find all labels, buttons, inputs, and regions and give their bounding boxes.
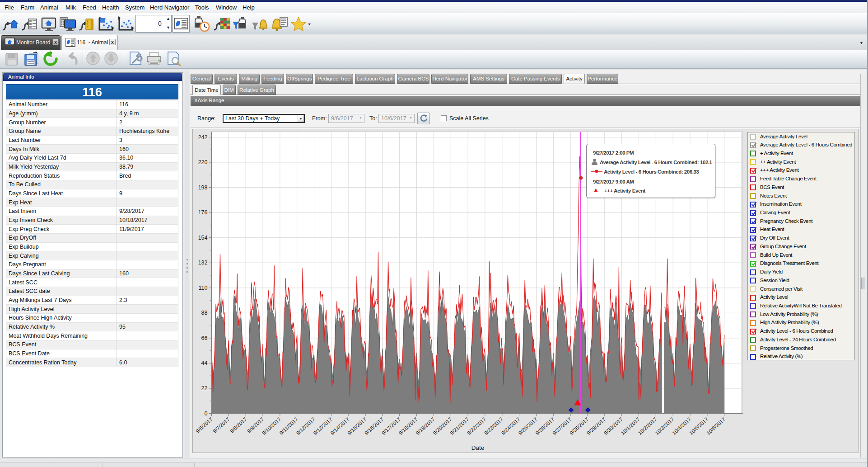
svg-text:44: 44 [201, 360, 208, 366]
svg-text:9/8/2017: 9/8/2017 [229, 416, 247, 434]
svg-text:110: 110 [199, 285, 208, 291]
svg-text:220: 220 [198, 159, 208, 165]
svg-text:9/10/2017: 9/10/2017 [261, 416, 282, 436]
svg-text:242: 242 [198, 134, 208, 141]
svg-text:Date: Date [471, 444, 485, 451]
svg-text:22: 22 [201, 385, 208, 392]
svg-text:9/6/2017: 9/6/2017 [195, 416, 214, 434]
svg-text:10/6/2017: 10/6/2017 [705, 416, 726, 436]
svg-text:66: 66 [201, 335, 208, 341]
svg-text:198: 198 [198, 184, 208, 191]
svg-text:154: 154 [198, 235, 208, 241]
svg-text:132: 132 [198, 259, 208, 266]
svg-text:0: 0 [205, 410, 208, 417]
svg-text:9/7/2017: 9/7/2017 [212, 416, 230, 434]
svg-text:176: 176 [198, 209, 208, 216]
svg-text:88: 88 [201, 310, 208, 316]
